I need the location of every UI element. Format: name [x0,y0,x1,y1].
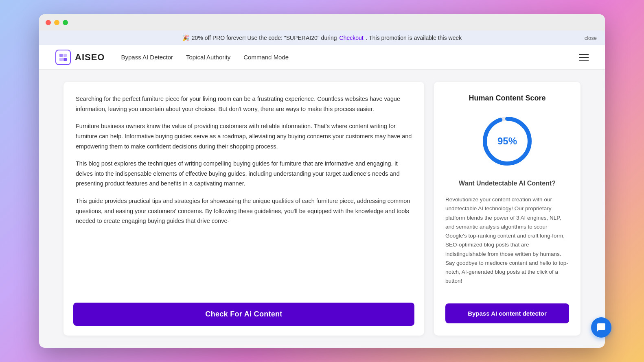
paragraph-2: Furniture business owners know the value… [76,121,412,151]
nav-link-command[interactable]: Command Mode [243,54,289,61]
hamburger-line-2 [579,57,589,58]
checkout-link[interactable]: Checkout [340,35,364,41]
hamburger-line-3 [579,60,589,61]
chat-bubble-button[interactable] [591,317,611,338]
promo-emoji: 🎉 [182,35,189,41]
minimize-traffic-light[interactable] [54,20,59,25]
app-window: 🎉 20% off PRO forever! Use the code: "SU… [39,14,605,348]
promo-close-button[interactable]: close [585,35,597,41]
undetectable-ai-title: Want Undetectable AI Content? [445,180,569,187]
hamburger-menu-button[interactable] [579,54,589,61]
promo-suffix: . This promotion is available this week [366,35,462,41]
check-ai-content-button[interactable]: Check For Ai Content [73,303,414,326]
title-bar [39,14,605,31]
human-content-score-title: Human Content Score [445,94,569,102]
logo: AISEO [55,50,105,65]
promo-text: 20% off PRO forever! Use the code: "SUPE… [192,35,337,41]
chat-icon [596,323,606,332]
paragraph-3: This blog post explores the techniques o… [76,159,412,189]
nav-links: Bypass AI Detector Topical Authority Com… [121,54,579,61]
paragraph-1: Searching for the perfect furniture piec… [76,94,412,114]
svg-rect-1 [64,54,67,57]
promo-banner: 🎉 20% off PRO forever! Use the code: "SU… [39,31,605,45]
nav-link-bypass[interactable]: Bypass AI Detector [121,54,173,61]
score-panel: Human Content Score 95% Want Undetectabl… [434,82,580,336]
score-percentage: 95% [497,135,517,147]
close-traffic-light[interactable] [46,20,51,25]
content-text-area[interactable]: Searching for the perfect furniture piec… [64,82,424,296]
main-content: Searching for the perfect furniture piec… [39,70,605,348]
navbar: AISEO Bypass AI Detector Topical Authori… [39,45,605,70]
svg-rect-3 [64,58,67,61]
nav-link-topical[interactable]: Topical Authority [186,54,230,61]
logo-text: AISEO [75,52,105,63]
logo-icon [55,50,71,65]
content-panel: Searching for the perfect furniture piec… [64,82,424,336]
bypass-ai-detector-button[interactable]: Bypass AI content detector [445,303,569,323]
svg-rect-2 [59,58,63,61]
check-button-area: Check For Ai Content [64,296,424,336]
score-circle-container: 95% [445,115,569,168]
score-circle: 95% [481,115,534,168]
undetectable-ai-description: Revolutionize your content creation with… [445,195,569,286]
paragraph-4: This guide provides practical tips and s… [76,196,412,226]
svg-rect-0 [59,54,63,57]
hamburger-line-1 [579,54,589,55]
maximize-traffic-light[interactable] [63,20,68,25]
article-body: Searching for the perfect furniture piec… [76,94,412,226]
